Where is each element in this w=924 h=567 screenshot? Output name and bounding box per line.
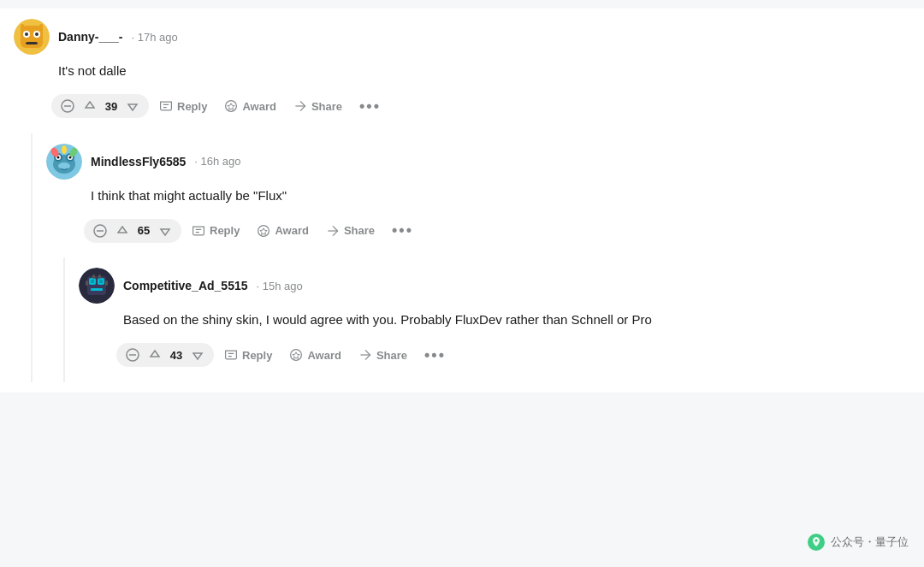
award-button[interactable]: Award (217, 95, 283, 117)
vote-group: 43 (116, 343, 214, 367)
comment-body: I think that might actually be "Flux" (91, 186, 910, 206)
comment-username: Competitive_Ad_5515 (123, 279, 248, 292)
comment-body: Based on the shiny skin, I would agree w… (123, 310, 910, 330)
more-button[interactable]: ••• (352, 93, 388, 120)
thread-line (31, 133, 33, 382)
upvote-button[interactable] (113, 222, 132, 239)
more-icon: ••• (392, 221, 413, 239)
comment-header: Danny-___- · 17h ago (14, 19, 910, 55)
more-icon: ••• (424, 346, 446, 364)
collapse-button[interactable] (123, 346, 142, 363)
comment-timestamp: · 16h ago (194, 155, 240, 168)
svg-point-5 (35, 32, 38, 36)
vote-group: 65 (84, 219, 181, 243)
comment-body: It's not dalle (58, 62, 910, 81)
more-button[interactable]: ••• (418, 342, 453, 369)
collapse-button[interactable] (58, 97, 77, 115)
comment-item: MindlessFly6585 · 16h ago I think that m… (46, 144, 910, 258)
thread-line (63, 257, 65, 382)
vote-count: 43 (168, 349, 185, 362)
comment-item: Competitive_Ad_5515 · 15h ago Based on t… (79, 268, 910, 382)
svg-rect-7 (21, 24, 24, 31)
upvote-button[interactable] (80, 97, 99, 115)
downvote-button[interactable] (188, 346, 207, 363)
vote-count: 39 (103, 100, 120, 113)
svg-point-20 (58, 162, 70, 169)
action-bar: 39 Reply Award (51, 93, 910, 120)
downvote-button[interactable] (123, 97, 142, 115)
svg-rect-6 (26, 42, 38, 44)
collapse-button[interactable] (91, 222, 110, 239)
upvote-button[interactable] (145, 346, 164, 363)
comment-username: MindlessFly6585 (91, 155, 186, 168)
svg-point-40 (291, 350, 302, 361)
avatar (79, 268, 115, 304)
nested-thread-2: Competitive_Ad_5515 · 15h ago Based on t… (46, 257, 910, 382)
nested-thread-1: MindlessFly6585 · 16h ago I think that m… (14, 133, 910, 382)
svg-rect-36 (92, 275, 95, 279)
comment-header: MindlessFly6585 · 16h ago (46, 144, 910, 180)
avatar (46, 144, 82, 180)
reply-button[interactable]: Reply (152, 95, 214, 117)
comment-header: Competitive_Ad_5515 · 15h ago (79, 268, 910, 304)
svg-point-4 (25, 32, 28, 36)
downvote-button[interactable] (156, 222, 175, 239)
svg-rect-31 (91, 280, 94, 283)
share-button[interactable]: Share (319, 220, 382, 242)
svg-rect-8 (39, 24, 43, 31)
more-button[interactable]: ••• (385, 217, 420, 244)
vote-group: 39 (51, 94, 149, 118)
comment-thread: Danny-___- · 17h ago It's not dalle (0, 9, 924, 393)
avatar (14, 19, 50, 55)
svg-rect-37 (98, 275, 101, 279)
comment-item: Danny-___- · 17h ago It's not dalle (14, 19, 910, 133)
svg-rect-35 (105, 281, 108, 286)
award-button[interactable]: Award (250, 220, 316, 242)
comment-username: Danny-___- (58, 30, 122, 44)
svg-point-22 (62, 145, 67, 154)
svg-point-26 (258, 225, 270, 236)
svg-rect-32 (99, 280, 103, 283)
action-bar: 65 Reply (84, 217, 910, 244)
share-button[interactable]: Share (352, 344, 414, 366)
share-button[interactable]: Share (287, 95, 349, 117)
svg-rect-34 (86, 281, 88, 286)
vote-count: 65 (135, 224, 152, 237)
award-button[interactable]: Award (282, 344, 348, 366)
comment-timestamp: · 15h ago (257, 280, 303, 292)
comment-timestamp: · 17h ago (131, 31, 177, 44)
action-bar: 43 (116, 342, 910, 369)
svg-rect-33 (91, 288, 103, 291)
reply-button[interactable]: Reply (217, 344, 279, 366)
more-icon: ••• (359, 97, 381, 115)
svg-point-11 (226, 101, 237, 112)
reply-button[interactable]: Reply (185, 220, 246, 242)
